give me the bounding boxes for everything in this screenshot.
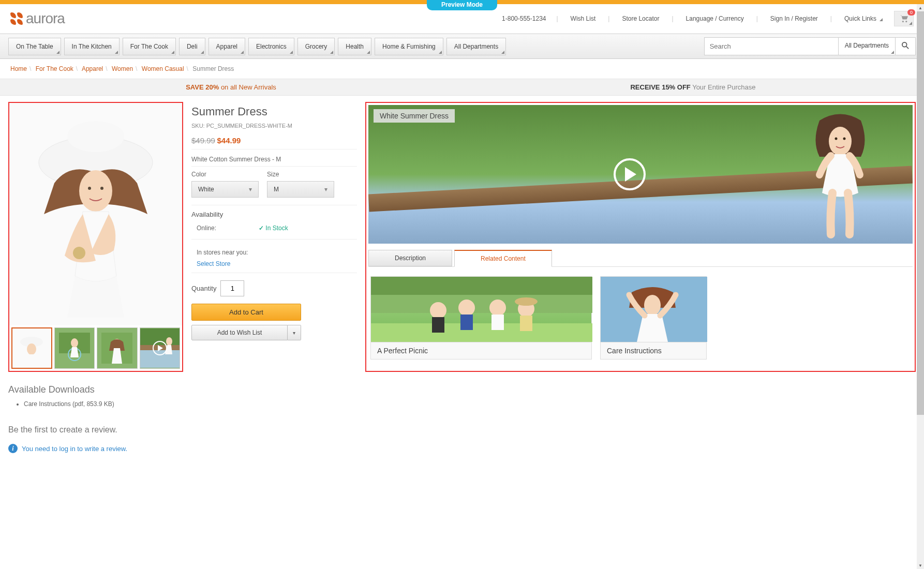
video-preview[interactable]: White Summer Dress <box>368 105 913 244</box>
breadcrumbs: Home\ For The Cook\ Apparel\ Women\ Wome… <box>0 59 924 79</box>
review-title: Be the first to create a review. <box>8 425 916 435</box>
select-store-link[interactable]: Select Store <box>197 260 352 267</box>
search-input[interactable] <box>704 37 839 55</box>
nav-for-the-cook[interactable]: For The Cook <box>123 38 176 55</box>
promo-left: SAVE 20% on all New Arrivals <box>0 83 462 91</box>
cart-count-badge: 0 <box>907 9 915 16</box>
info-icon: i <box>8 444 18 453</box>
download-item[interactable]: Care Instructions (pdf, 853.9 KB) <box>24 400 916 408</box>
svg-point-37 <box>644 295 661 316</box>
play-button[interactable] <box>614 158 646 190</box>
product-desc: White Cotton Summer Dress - M <box>191 156 357 167</box>
tab-related-content[interactable]: Related Content <box>454 250 552 267</box>
right-column: White Summer Dress Description Related C… <box>365 102 916 372</box>
preview-bar: Preview Mode <box>0 0 924 4</box>
promo-right: RECEIVE 15% OFF Your Entire Purchase <box>462 83 924 91</box>
search: All Departments <box>704 37 916 55</box>
svg-point-8 <box>100 187 103 190</box>
related-card-picnic[interactable]: A Perfect Picnic <box>370 276 592 360</box>
svg-point-29 <box>458 300 475 316</box>
product-sku: SKU: PC_SUMMER_DRESS-WHITE-M <box>191 123 357 129</box>
signin-link[interactable]: Sign In / Register <box>768 15 820 22</box>
preview-mode-tab: Preview Mode <box>427 0 497 10</box>
svg-line-3 <box>906 47 908 49</box>
review-login-text[interactable]: You need to log in to write a review. <box>22 445 127 453</box>
crumb-current: Summer Dress <box>192 65 234 72</box>
search-icon <box>902 42 909 49</box>
nav-home-furnishing[interactable]: Home & Furnishing <box>375 38 443 55</box>
main: Summer Dress SKU: PC_SUMMER_DRESS-WHITE-… <box>0 96 924 378</box>
svg-point-5 <box>67 121 124 152</box>
downloads-title: Available Downloads <box>8 384 916 395</box>
svg-point-21 <box>829 127 852 156</box>
old-price: $49.99 <box>191 136 215 145</box>
nav-deli[interactable]: Deli <box>179 38 205 55</box>
video-label: White Summer Dress <box>374 109 455 123</box>
svg-rect-25 <box>371 277 592 295</box>
thumbnails <box>9 325 182 371</box>
thumbnail-2[interactable] <box>54 327 95 369</box>
related-card-care[interactable]: Care Instructions <box>600 276 707 360</box>
size-select[interactable]: M▾ <box>267 181 334 198</box>
svg-point-27 <box>430 302 446 319</box>
crumb-apparel[interactable]: Apparel <box>82 65 103 72</box>
nav-electronics[interactable]: Electronics <box>248 38 294 55</box>
search-button[interactable] <box>896 37 916 55</box>
crumb-women[interactable]: Women <box>112 65 133 72</box>
nav-all-departments[interactable]: All Departments <box>446 38 506 55</box>
wishlist-dropdown[interactable]: ▾ <box>288 325 301 340</box>
svg-point-20 <box>166 337 172 346</box>
review-note: i You need to log in to write a review. <box>8 444 916 453</box>
phone: 1-800-555-1234 <box>502 15 546 22</box>
related-content: A Perfect Picnic Care Instructions <box>368 267 913 369</box>
stores-section: In stores near you: Select Store <box>191 244 357 273</box>
nav-apparel[interactable]: Apparel <box>208 38 245 55</box>
crumb-home[interactable]: Home <box>10 65 27 72</box>
svg-point-9 <box>73 247 85 259</box>
logo[interactable]: aurora <box>10 10 65 27</box>
online-label: Online: <box>197 224 259 232</box>
bottom-section: Available Downloads Care Instructions (p… <box>0 378 924 459</box>
svg-point-22 <box>835 138 838 140</box>
promo-bar: SAVE 20% on all New Arrivals RECEIVE 15%… <box>0 79 924 96</box>
language-link[interactable]: Language / Currency <box>684 15 746 22</box>
cart-button[interactable]: 0 <box>894 11 914 26</box>
search-dept-select[interactable]: All Departments <box>839 37 896 55</box>
product-main-image[interactable] <box>9 103 182 325</box>
svg-rect-28 <box>432 317 444 333</box>
svg-point-2 <box>902 42 907 47</box>
quick-links[interactable]: Quick Links <box>842 15 884 22</box>
tabs: Description Related Content <box>368 250 913 267</box>
thumbnail-4-video[interactable] <box>140 327 180 369</box>
cart-icon <box>899 14 909 23</box>
scroll-up[interactable]: ▲ <box>917 4 924 11</box>
color-select[interactable]: White▾ <box>191 181 259 198</box>
add-to-cart-button[interactable]: Add to Cart <box>191 304 301 321</box>
add-to-wishlist-button[interactable]: Add to Wish List <box>191 325 288 340</box>
nav-in-the-kitchen[interactable]: In The Kitchen <box>64 38 120 55</box>
color-label: Color <box>191 171 259 178</box>
thumbnail-3[interactable] <box>97 327 137 369</box>
scroll-thumb[interactable] <box>917 11 924 415</box>
related-image <box>371 277 591 342</box>
price: $49.99 $44.99 <box>191 136 357 149</box>
related-title: Care Instructions <box>601 342 706 359</box>
nav-grocery[interactable]: Grocery <box>297 38 335 55</box>
crumb-for-the-cook[interactable]: For The Cook <box>36 65 73 72</box>
scrollbar[interactable]: ▲ ▼ <box>917 4 924 459</box>
svg-point-34 <box>515 297 538 306</box>
logo-text: aurora <box>26 10 65 27</box>
store-locator-link[interactable]: Store Locator <box>620 15 661 22</box>
wish-list-link[interactable]: Wish List <box>569 15 598 22</box>
quantity-input[interactable] <box>220 280 244 296</box>
svg-rect-32 <box>491 315 504 330</box>
thumbnail-1[interactable] <box>11 327 52 369</box>
stores-label: In stores near you: <box>197 249 248 256</box>
svg-rect-35 <box>520 316 532 331</box>
nav-health[interactable]: Health <box>338 38 371 55</box>
crumb-women-casual[interactable]: Women Casual <box>142 65 184 72</box>
nav-on-the-table[interactable]: On The Table <box>8 38 61 55</box>
tab-description[interactable]: Description <box>368 250 452 266</box>
image-column <box>8 102 183 372</box>
nav-bar: On The Table In The Kitchen For The Cook… <box>0 34 924 59</box>
